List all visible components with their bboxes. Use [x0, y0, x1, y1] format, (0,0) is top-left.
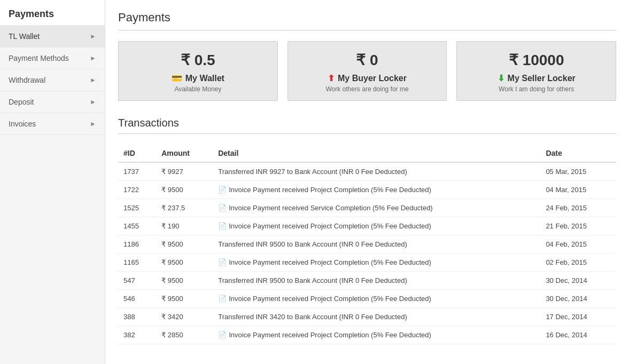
cell-date: 04 Feb, 2015	[540, 235, 616, 254]
main-content: Payments ₹ 0.5 💳 My Wallet Available Mon…	[105, 0, 629, 364]
seller-locker-amount: ₹ 10000	[509, 51, 564, 69]
buyer-locker-amount: ₹ 0	[356, 51, 378, 69]
cell-date: 24 Feb, 2015	[540, 199, 616, 217]
cell-date: 16 Dec, 2014	[540, 326, 616, 344]
cell-detail: 📄Invoice Payment received Project Comple…	[213, 290, 540, 308]
cell-amount: ₹ 9500	[156, 235, 213, 254]
cell-detail: Transferred INR 3420 to Bank Account (IN…	[213, 308, 540, 326]
chevron-right-icon: ►	[90, 33, 96, 40]
cell-amount: ₹ 2850	[156, 326, 213, 344]
cell-date: 30 Dec, 2014	[540, 272, 616, 290]
table-row: 1722₹ 9500📄Invoice Payment received Proj…	[118, 181, 616, 199]
table-row: 1165₹ 9500📄Invoice Payment received Proj…	[118, 254, 616, 272]
cell-date: 30 Dec, 2014	[540, 290, 616, 308]
up-arrow-icon: ⬆	[328, 73, 335, 83]
cell-date: 17 Dec, 2014	[540, 308, 616, 326]
buyer-locker-card: ₹ 0 ⬆ My Buyer Locker Work others are do…	[288, 41, 447, 101]
wallet-card: ₹ 0.5 💳 My Wallet Available Money	[118, 41, 278, 101]
down-arrow-icon: ⬇	[498, 73, 504, 83]
cell-id: 1722	[118, 181, 156, 199]
cards-row: ₹ 0.5 💳 My Wallet Available Money ₹ 0 ⬆ …	[118, 41, 616, 101]
sidebar-item-label: Payment Methods	[9, 54, 69, 62]
cell-id: 1737	[118, 162, 156, 181]
cell-amount: ₹ 9500	[156, 181, 213, 199]
cell-detail: Transferred INR 9500 to Bank Account (IN…	[213, 235, 540, 254]
sidebar-item-invoices[interactable]: Invoices ►	[0, 113, 105, 135]
cell-detail: 📄Invoice Payment received Service Comple…	[213, 199, 540, 217]
document-icon: 📄	[218, 222, 227, 230]
document-icon: 📄	[218, 331, 227, 339]
document-icon: 📄	[218, 186, 227, 194]
transactions-title: Transactions	[118, 117, 616, 129]
cell-id: 1165	[118, 254, 156, 272]
sidebar-item-payment-methods[interactable]: Payment Methods ►	[0, 48, 105, 69]
table-row: 547₹ 9500Transferred INR 9500 to Bank Ac…	[118, 272, 616, 290]
cell-amount: ₹ 9927	[156, 162, 213, 181]
col-detail: Detail	[213, 145, 540, 162]
cell-amount: ₹ 3420	[156, 308, 213, 326]
wallet-icon: 💳	[172, 73, 182, 83]
document-icon: 📄	[218, 295, 227, 303]
sidebar-item-label: Withdrawal	[9, 76, 45, 84]
cell-amount: ₹ 9500	[156, 290, 213, 308]
cell-id: 382	[118, 326, 156, 344]
col-id: #ID	[118, 145, 156, 162]
cell-detail: 📄Invoice Payment received Project Comple…	[213, 254, 540, 272]
table-row: 382₹ 2850📄Invoice Payment received Proje…	[118, 326, 616, 344]
table-row: 1737₹ 9927Transferred INR 9927 to Bank A…	[118, 162, 616, 181]
chevron-right-icon: ►	[90, 54, 96, 62]
col-date: Date	[540, 145, 616, 162]
cell-detail: 📄Invoice Payment received Project Comple…	[213, 181, 540, 199]
buyer-locker-label: My Buyer Locker	[338, 74, 407, 83]
cell-id: 1186	[118, 235, 156, 254]
wallet-amount: ₹ 0.5	[181, 51, 215, 69]
transactions-table: #ID Amount Detail Date 1737₹ 9927Transfe…	[118, 145, 616, 344]
cell-detail: Transferred INR 9927 to Bank Account (IN…	[213, 162, 540, 181]
sidebar-item-label: Deposit	[9, 98, 34, 106]
seller-locker-subtitle: Work I am doing for others	[499, 85, 574, 93]
cell-id: 547	[118, 272, 156, 290]
sidebar-item-wallet[interactable]: TL Wallet ►	[0, 26, 105, 48]
cell-id: 1525	[118, 199, 156, 217]
cell-amount: ₹ 190	[156, 217, 213, 235]
transactions-divider	[118, 133, 616, 134]
sidebar-title: Payments	[0, 0, 105, 26]
chevron-right-icon: ►	[90, 76, 96, 84]
chevron-right-icon: ►	[90, 98, 96, 106]
page-title: Payments	[118, 11, 616, 25]
table-row: 546₹ 9500📄Invoice Payment received Proje…	[118, 290, 616, 308]
cell-amount: ₹ 9500	[156, 272, 213, 290]
cell-detail: 📄Invoice Payment received Project Comple…	[213, 217, 540, 235]
cell-detail: Transferred INR 9500 to Bank Account (IN…	[213, 272, 540, 290]
cell-id: 388	[118, 308, 156, 326]
document-icon: 📄	[218, 258, 227, 266]
wallet-subtitle: Available Money	[174, 85, 221, 93]
cell-detail: 📄Invoice Payment received Project Comple…	[213, 326, 540, 344]
cell-id: 1455	[118, 217, 156, 235]
sidebar-item-label: TL Wallet	[9, 32, 40, 41]
document-icon: 📄	[218, 204, 227, 212]
cell-amount: ₹ 9500	[156, 254, 213, 272]
table-row: 1186₹ 9500Transferred INR 9500 to Bank A…	[118, 235, 616, 254]
cell-date: 04 Mar, 2015	[540, 181, 616, 199]
sidebar-item-withdrawal[interactable]: Withdrawal ►	[0, 69, 105, 91]
sidebar-item-label: Invoices	[9, 120, 36, 128]
table-header-row: #ID Amount Detail Date	[118, 145, 616, 162]
col-amount: Amount	[156, 145, 213, 162]
table-row: 1525₹ 237.5📄Invoice Payment received Ser…	[118, 199, 616, 217]
chevron-right-icon: ►	[90, 120, 96, 128]
title-divider	[118, 30, 616, 30]
cell-date: 21 Feb, 2015	[540, 217, 616, 235]
seller-locker-card: ₹ 10000 ⬇ My Seller Locker Work I am doi…	[456, 41, 616, 101]
sidebar: Payments TL Wallet ► Payment Methods ► W…	[0, 0, 105, 364]
cell-id: 546	[118, 290, 156, 308]
seller-locker-label: My Seller Locker	[508, 74, 576, 83]
cell-amount: ₹ 237.5	[156, 199, 213, 217]
table-row: 1455₹ 190📄Invoice Payment received Proje…	[118, 217, 616, 235]
table-row: 388₹ 3420Transferred INR 3420 to Bank Ac…	[118, 308, 616, 326]
sidebar-item-deposit[interactable]: Deposit ►	[0, 91, 105, 113]
wallet-label: My Wallet	[185, 74, 224, 83]
buyer-locker-subtitle: Work others are doing for me	[325, 85, 408, 93]
cell-date: 05 Mar, 2015	[540, 162, 616, 181]
cell-date: 02 Feb, 2015	[540, 254, 616, 272]
